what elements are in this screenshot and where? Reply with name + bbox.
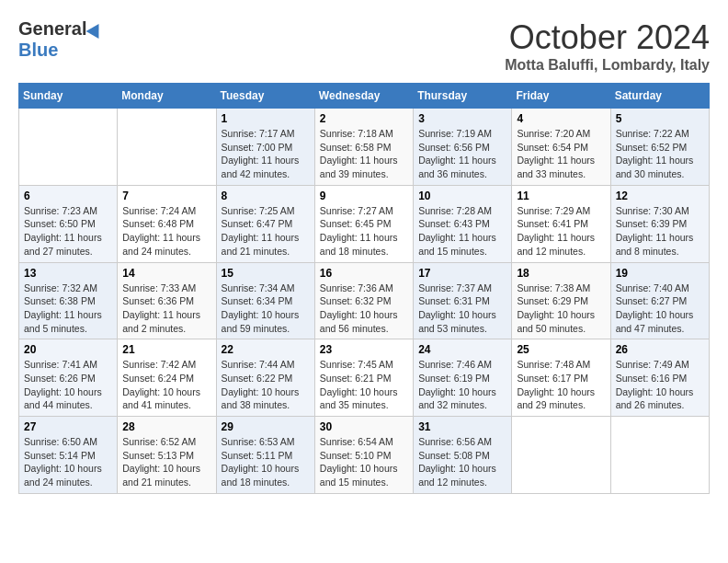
calendar-cell: 14Sunrise: 7:33 AMSunset: 6:36 PMDayligh… [118, 262, 216, 339]
day-detail: Sunrise: 7:22 AMSunset: 6:52 PMDaylight:… [616, 127, 704, 181]
calendar-header-row: Sunday Monday Tuesday Wednesday Thursday… [19, 84, 710, 109]
calendar-cell: 7Sunrise: 7:24 AMSunset: 6:48 PMDaylight… [118, 185, 216, 262]
day-number: 16 [320, 267, 408, 280]
calendar-cell: 29Sunrise: 6:53 AMSunset: 5:11 PMDayligh… [216, 417, 314, 494]
header-wednesday: Wednesday [314, 84, 413, 109]
day-detail: Sunrise: 7:19 AMSunset: 6:56 PMDaylight:… [418, 127, 506, 181]
calendar-table: Sunday Monday Tuesday Wednesday Thursday… [18, 83, 710, 494]
calendar-cell: 3Sunrise: 7:19 AMSunset: 6:56 PMDaylight… [414, 109, 512, 186]
calendar-cell: 17Sunrise: 7:37 AMSunset: 6:31 PMDayligh… [414, 262, 512, 339]
day-number: 7 [122, 190, 210, 202]
day-detail: Sunrise: 7:49 AMSunset: 6:16 PMDaylight:… [616, 358, 704, 412]
day-detail: Sunrise: 6:52 AMSunset: 5:13 PMDaylight:… [122, 435, 210, 489]
day-detail: Sunrise: 7:32 AMSunset: 6:38 PMDaylight:… [24, 282, 112, 336]
calendar-week-row: 1Sunrise: 7:17 AMSunset: 7:00 PMDaylight… [19, 109, 710, 186]
calendar-cell: 2Sunrise: 7:18 AMSunset: 6:58 PMDaylight… [314, 109, 413, 186]
calendar-cell: 25Sunrise: 7:48 AMSunset: 6:17 PMDayligh… [512, 339, 610, 417]
calendar-cell: 20Sunrise: 7:41 AMSunset: 6:26 PMDayligh… [19, 339, 118, 417]
title-area: October 2024 Motta Baluffi, Lombardy, It… [505, 18, 710, 74]
day-detail: Sunrise: 7:37 AMSunset: 6:31 PMDaylight:… [418, 282, 506, 336]
day-detail: Sunrise: 7:38 AMSunset: 6:29 PMDaylight:… [517, 282, 605, 336]
day-detail: Sunrise: 7:18 AMSunset: 6:58 PMDaylight:… [320, 127, 408, 181]
calendar-cell: 6Sunrise: 7:23 AMSunset: 6:50 PMDaylight… [19, 185, 118, 262]
day-number: 22 [222, 343, 310, 356]
day-number: 20 [24, 343, 112, 356]
day-detail: Sunrise: 6:54 AMSunset: 5:10 PMDaylight:… [320, 435, 408, 489]
day-detail: Sunrise: 7:46 AMSunset: 6:19 PMDaylight:… [418, 358, 506, 412]
day-number: 28 [122, 420, 210, 433]
calendar-cell [610, 417, 709, 494]
calendar-cell [512, 417, 610, 494]
day-detail: Sunrise: 7:23 AMSunset: 6:50 PMDaylight:… [24, 204, 112, 259]
day-number: 24 [418, 343, 506, 356]
day-detail: Sunrise: 7:33 AMSunset: 6:36 PMDaylight:… [122, 282, 210, 336]
calendar-cell: 24Sunrise: 7:46 AMSunset: 6:19 PMDayligh… [414, 339, 512, 417]
day-number: 17 [418, 267, 506, 280]
day-number: 6 [24, 190, 112, 202]
day-number: 23 [320, 343, 408, 356]
calendar-cell: 12Sunrise: 7:30 AMSunset: 6:39 PMDayligh… [610, 185, 709, 262]
day-number: 18 [517, 267, 605, 280]
day-number: 13 [24, 267, 112, 280]
calendar-cell [118, 109, 216, 186]
calendar-cell [19, 109, 118, 186]
header-saturday: Saturday [610, 84, 709, 109]
day-number: 3 [418, 112, 506, 125]
calendar-week-row: 20Sunrise: 7:41 AMSunset: 6:26 PMDayligh… [19, 339, 710, 417]
page-header: General Blue October 2024 Motta Baluffi,… [18, 18, 710, 74]
day-detail: Sunrise: 7:30 AMSunset: 6:39 PMDaylight:… [616, 204, 704, 259]
calendar-cell: 1Sunrise: 7:17 AMSunset: 7:00 PMDaylight… [216, 109, 314, 186]
day-detail: Sunrise: 7:36 AMSunset: 6:32 PMDaylight:… [320, 282, 408, 336]
day-detail: Sunrise: 7:41 AMSunset: 6:26 PMDaylight:… [24, 358, 112, 412]
calendar-cell: 16Sunrise: 7:36 AMSunset: 6:32 PMDayligh… [314, 262, 413, 339]
calendar-cell: 21Sunrise: 7:42 AMSunset: 6:24 PMDayligh… [118, 339, 216, 417]
day-number: 21 [122, 343, 210, 356]
calendar-cell: 28Sunrise: 6:52 AMSunset: 5:13 PMDayligh… [118, 417, 216, 494]
day-detail: Sunrise: 7:20 AMSunset: 6:54 PMDaylight:… [517, 127, 605, 181]
calendar-cell: 11Sunrise: 7:29 AMSunset: 6:41 PMDayligh… [512, 185, 610, 262]
day-number: 5 [616, 112, 704, 125]
header-sunday: Sunday [19, 84, 118, 109]
day-detail: Sunrise: 7:42 AMSunset: 6:24 PMDaylight:… [122, 358, 210, 412]
header-monday: Monday [118, 84, 216, 109]
location-title: Motta Baluffi, Lombardy, Italy [505, 57, 710, 74]
day-number: 10 [418, 190, 506, 202]
calendar-cell: 27Sunrise: 6:50 AMSunset: 5:14 PMDayligh… [19, 417, 118, 494]
calendar-cell: 13Sunrise: 7:32 AMSunset: 6:38 PMDayligh… [19, 262, 118, 339]
day-detail: Sunrise: 7:24 AMSunset: 6:48 PMDaylight:… [122, 204, 210, 259]
calendar-cell: 5Sunrise: 7:22 AMSunset: 6:52 PMDaylight… [610, 109, 709, 186]
calendar-cell: 22Sunrise: 7:44 AMSunset: 6:22 PMDayligh… [216, 339, 314, 417]
day-number: 15 [222, 267, 310, 280]
calendar-cell: 15Sunrise: 7:34 AMSunset: 6:34 PMDayligh… [216, 262, 314, 339]
calendar-cell: 18Sunrise: 7:38 AMSunset: 6:29 PMDayligh… [512, 262, 610, 339]
month-title: October 2024 [505, 18, 710, 57]
day-detail: Sunrise: 6:50 AMSunset: 5:14 PMDaylight:… [24, 435, 112, 489]
calendar-week-row: 27Sunrise: 6:50 AMSunset: 5:14 PMDayligh… [19, 417, 710, 494]
calendar-cell: 10Sunrise: 7:28 AMSunset: 6:43 PMDayligh… [414, 185, 512, 262]
day-number: 31 [418, 420, 506, 433]
day-detail: Sunrise: 7:17 AMSunset: 7:00 PMDaylight:… [222, 127, 310, 181]
header-friday: Friday [512, 84, 610, 109]
day-number: 14 [122, 267, 210, 280]
calendar-cell: 4Sunrise: 7:20 AMSunset: 6:54 PMDaylight… [512, 109, 610, 186]
calendar-cell: 30Sunrise: 6:54 AMSunset: 5:10 PMDayligh… [314, 417, 413, 494]
day-detail: Sunrise: 7:48 AMSunset: 6:17 PMDaylight:… [517, 358, 605, 412]
day-number: 29 [222, 420, 310, 433]
calendar-cell: 9Sunrise: 7:27 AMSunset: 6:45 PMDaylight… [314, 185, 413, 262]
calendar-cell: 8Sunrise: 7:25 AMSunset: 6:47 PMDaylight… [216, 185, 314, 262]
day-number: 30 [320, 420, 408, 433]
logo-blue-text: Blue [18, 40, 58, 61]
day-detail: Sunrise: 7:45 AMSunset: 6:21 PMDaylight:… [320, 358, 408, 412]
day-number: 26 [616, 343, 704, 356]
day-number: 8 [222, 190, 310, 202]
day-detail: Sunrise: 7:25 AMSunset: 6:47 PMDaylight:… [222, 204, 310, 259]
day-detail: Sunrise: 7:27 AMSunset: 6:45 PMDaylight:… [320, 204, 408, 259]
day-number: 2 [320, 112, 408, 125]
calendar-cell: 31Sunrise: 6:56 AMSunset: 5:08 PMDayligh… [414, 417, 512, 494]
logo-triangle-icon [86, 19, 106, 38]
calendar-cell: 26Sunrise: 7:49 AMSunset: 6:16 PMDayligh… [610, 339, 709, 417]
day-detail: Sunrise: 6:56 AMSunset: 5:08 PMDaylight:… [418, 435, 506, 489]
day-detail: Sunrise: 7:34 AMSunset: 6:34 PMDaylight:… [222, 282, 310, 336]
day-number: 25 [517, 343, 605, 356]
day-number: 1 [222, 112, 310, 125]
